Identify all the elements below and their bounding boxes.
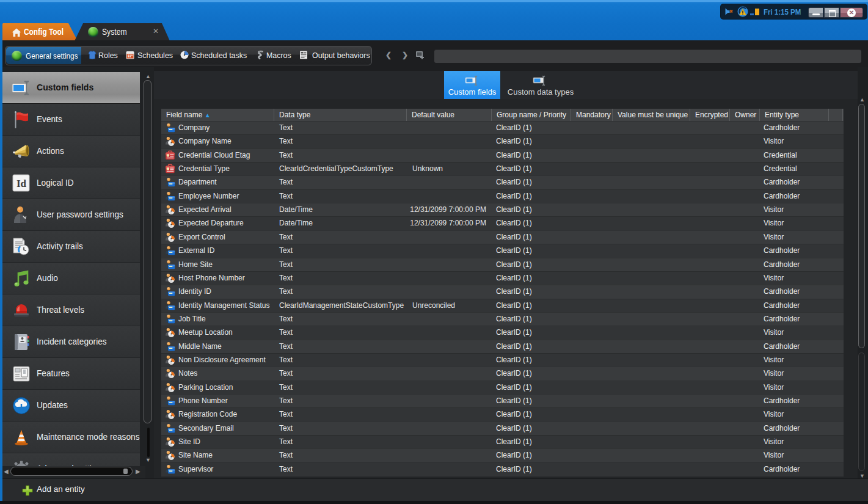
- svg-text:Id: Id: [16, 178, 27, 189]
